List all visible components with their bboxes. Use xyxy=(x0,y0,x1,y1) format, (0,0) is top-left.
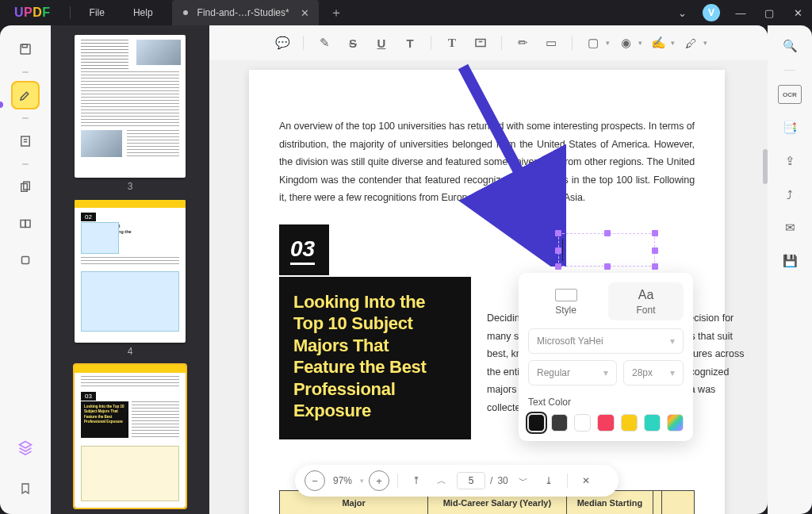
shape-rect-icon[interactable]: ▢ xyxy=(580,32,606,54)
font-weight-select[interactable]: Regular▾ xyxy=(528,360,617,386)
textbox-icon[interactable] xyxy=(468,32,493,54)
zoom-value: 97% xyxy=(330,475,355,486)
last-page-button[interactable]: ⤓ xyxy=(538,470,559,491)
color-swatch[interactable] xyxy=(597,414,614,432)
export-icon[interactable]: ⇪ xyxy=(778,152,802,171)
app-logo: UPDF xyxy=(0,6,65,20)
rail-indicator-dot xyxy=(0,102,3,108)
user-avatar[interactable]: V xyxy=(703,4,720,21)
window-maximize[interactable]: ▢ xyxy=(755,7,783,19)
thumbnail-page-3[interactable] xyxy=(75,35,186,178)
layers-icon[interactable] xyxy=(11,433,40,462)
table-header xyxy=(653,491,662,515)
marker-icon[interactable]: ✎ xyxy=(312,32,337,54)
tools-icon[interactable] xyxy=(11,209,40,238)
color-swatch-row xyxy=(528,414,684,432)
thumb5-tag: 03 xyxy=(81,392,96,401)
text-icon[interactable]: T xyxy=(439,32,465,54)
eraser-icon[interactable]: ▭ xyxy=(538,32,564,54)
headline-box: Looking Into the Top 10 Subject Majors T… xyxy=(279,277,471,439)
tab-font[interactable]: AaFont xyxy=(608,282,684,320)
page-nav-bar: − 97% ▾ + ⤒ ︿ / 30 ﹀ ⤓ ✕ xyxy=(295,465,619,497)
thumb4-tag: 02 xyxy=(81,213,96,221)
next-page-button[interactable]: ﹀ xyxy=(513,470,534,491)
highlighter-icon[interactable] xyxy=(11,81,40,109)
left-tool-rail xyxy=(0,25,51,514)
comment-icon[interactable]: 💬 xyxy=(270,32,295,54)
menu-file[interactable]: File xyxy=(75,7,119,18)
titlebar: UPDF File Help Find-and-…r-Studies* ✕ ＋ … xyxy=(0,0,812,25)
zoom-in-button[interactable]: + xyxy=(369,470,389,491)
svg-rect-1 xyxy=(22,44,27,48)
window-minimize[interactable]: — xyxy=(726,7,755,19)
font-size-select[interactable]: 28px▾ xyxy=(623,360,684,386)
signature-icon[interactable]: ✍ xyxy=(645,32,671,54)
color-swatch[interactable] xyxy=(528,414,545,432)
new-tab-button[interactable]: ＋ xyxy=(319,5,354,21)
svg-rect-7 xyxy=(22,257,29,264)
search-icon[interactable]: 🔍 xyxy=(778,36,802,56)
tab-close-icon[interactable]: ✕ xyxy=(299,6,311,21)
save-disk-icon[interactable]: 💾 xyxy=(778,251,802,270)
prev-page-button[interactable]: ︿ xyxy=(431,470,452,491)
first-page-button[interactable]: ⤒ xyxy=(406,470,427,491)
svg-rect-5 xyxy=(21,221,25,228)
edit-text-icon[interactable] xyxy=(11,127,40,155)
save-icon[interactable] xyxy=(11,35,40,63)
thumbnail-panel: 3 02 The 10 Best Global Universities Lea… xyxy=(51,25,209,514)
strikethrough-icon[interactable]: S xyxy=(340,32,366,54)
compress-icon[interactable]: 📑 xyxy=(778,118,802,137)
window-close[interactable]: ✕ xyxy=(783,7,812,19)
thumb-num-3: 3 xyxy=(67,181,193,192)
crop-icon[interactable] xyxy=(11,246,40,274)
scrollbar-thumb[interactable] xyxy=(763,149,768,184)
close-nav-button[interactable]: ✕ xyxy=(576,470,596,491)
document-tab[interactable]: Find-and-…r-Studies* ✕ xyxy=(172,0,319,25)
headline-text: Looking Into the Top 10 Subject Majors T… xyxy=(293,291,454,422)
stamp-icon[interactable]: ◉ xyxy=(613,32,638,54)
thumb-num-4: 4 xyxy=(67,346,193,357)
page-total: 30 xyxy=(497,475,508,486)
color-swatch[interactable] xyxy=(551,414,568,432)
menu-help[interactable]: Help xyxy=(119,7,167,18)
tab-style[interactable]: Style xyxy=(528,282,603,320)
thumbnail-page-5[interactable]: 03 Looking Into the Top 10 Subject Major… xyxy=(75,365,186,508)
tab-title: Find-and-…r-Studies* xyxy=(197,7,289,18)
annotate-toolbar: 💬 ✎ S U T T ✏ ▭ ▢▾ ◉▾ ✍▾ 🖊▾ xyxy=(209,25,768,60)
font-family-select[interactable]: Microsoft YaHei▾ xyxy=(528,328,684,354)
table-header xyxy=(662,491,695,515)
share-icon[interactable]: ⤴ xyxy=(778,185,802,204)
thumbnail-page-4[interactable]: 02 The 10 Best Global Universities Leadi… xyxy=(75,200,186,343)
text-properties-panel: Style AaFont Microsoft YaHei▾ Regular▾ 2… xyxy=(519,273,693,441)
page-sep: / xyxy=(490,475,492,486)
underline-icon[interactable]: U xyxy=(369,32,394,54)
pencil-icon[interactable]: ✏ xyxy=(510,32,535,54)
text-caret xyxy=(562,239,563,261)
right-rail: 🔍 OCR 📑 ⇪ ⤴ ✉ 💾 xyxy=(768,25,812,514)
zoom-out-button[interactable]: − xyxy=(304,470,325,491)
mail-icon[interactable]: ✉ xyxy=(778,218,802,237)
page-number-input[interactable] xyxy=(457,472,485,489)
color-swatch[interactable] xyxy=(574,414,591,432)
section-number: 03 xyxy=(279,224,329,275)
color-swatch[interactable] xyxy=(621,414,638,432)
squiggly-icon[interactable]: T xyxy=(397,32,423,54)
pages-icon[interactable] xyxy=(11,173,40,201)
new-textbox-selection[interactable] xyxy=(558,233,655,267)
svg-rect-8 xyxy=(476,40,485,47)
svg-rect-6 xyxy=(25,221,30,228)
ocr-icon[interactable]: OCR xyxy=(778,85,802,104)
sign-icon[interactable]: 🖊 xyxy=(678,32,703,54)
chevron-down-icon[interactable]: ⌄ xyxy=(668,7,696,19)
text-color-label: Text Color xyxy=(528,397,684,408)
body-paragraph: An overview of the top 100 universities … xyxy=(279,117,695,207)
dirty-dot-icon xyxy=(183,10,188,15)
color-swatch[interactable] xyxy=(667,414,684,432)
color-swatch[interactable] xyxy=(644,414,661,432)
bookmark-icon[interactable] xyxy=(11,474,40,503)
document-viewport: 💬 ✎ S U T T ✏ ▭ ▢▾ ◉▾ ✍▾ 🖊▾ An overview … xyxy=(209,25,768,514)
